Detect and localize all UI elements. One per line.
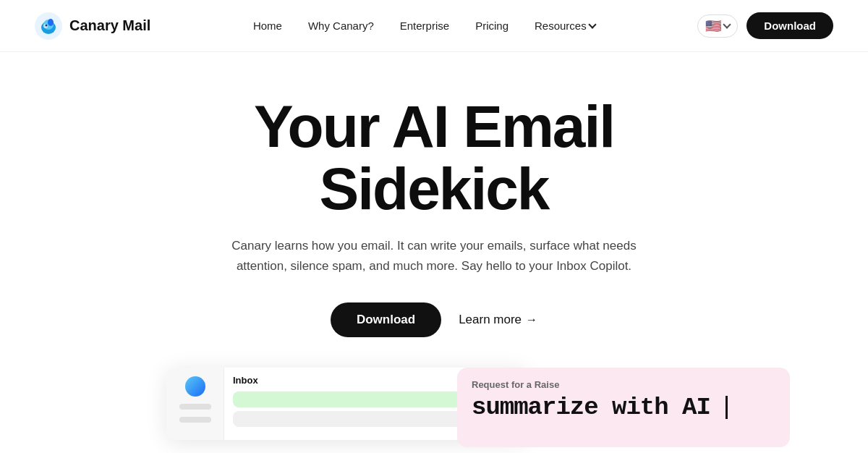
- preview-sidebar-row: [179, 404, 211, 410]
- preview-ai-card: Request for a Raise summarize with AI: [457, 368, 790, 447]
- preview-app-icon: [185, 376, 205, 397]
- preview-inbox-title: Inbox: [233, 375, 258, 386]
- hero-title: Your AI Email Sidekick: [254, 96, 614, 220]
- hero-subtitle: Canary learns how you email. It can writ…: [217, 236, 651, 276]
- nav-item-home[interactable]: Home: [253, 20, 282, 33]
- nav-item-why-canary[interactable]: Why Canary?: [308, 20, 374, 33]
- flag-icon: 🇺🇸: [705, 18, 721, 34]
- language-selector[interactable]: 🇺🇸: [697, 14, 738, 38]
- navbar: Canary Mail Home Why Canary? Enterprise …: [0, 0, 868, 52]
- brand-name: Canary Mail: [69, 17, 150, 34]
- nav-item-resources[interactable]: Resources: [535, 20, 595, 32]
- hero-actions: Download Learn more →: [331, 302, 537, 337]
- nav-item-pricing[interactable]: Pricing: [475, 20, 509, 33]
- resources-chevron-icon: [588, 20, 596, 28]
- hero-download-button[interactable]: Download: [331, 302, 441, 337]
- preview-sidebar-row-2: [179, 417, 211, 423]
- svg-point-5: [46, 24, 48, 26]
- learn-more-arrow-icon: →: [526, 313, 537, 326]
- preview-section: Inbox ⊠ Request for a Raise summarize wi…: [0, 368, 868, 447]
- preview-ai-label: Request for a Raise: [472, 379, 775, 390]
- svg-point-3: [48, 19, 54, 26]
- nav-download-button[interactable]: Download: [746, 12, 833, 39]
- preview-sidebar: [166, 368, 224, 440]
- hero-learn-more-link[interactable]: Learn more →: [459, 313, 537, 327]
- nav-item-enterprise[interactable]: Enterprise: [400, 20, 449, 33]
- canary-logo-icon: [35, 12, 62, 40]
- hero-section: Your AI Email Sidekick Canary learns how…: [0, 52, 868, 337]
- preview-ai-text: summarize with AI: [472, 394, 775, 421]
- brand-logo[interactable]: Canary Mail: [35, 12, 150, 40]
- language-chevron-icon: [723, 20, 731, 28]
- nav-right: 🇺🇸 Download: [697, 12, 833, 39]
- preview-ai-cursor: [726, 396, 728, 419]
- nav-links: Home Why Canary? Enterprise Pricing Reso…: [253, 20, 595, 33]
